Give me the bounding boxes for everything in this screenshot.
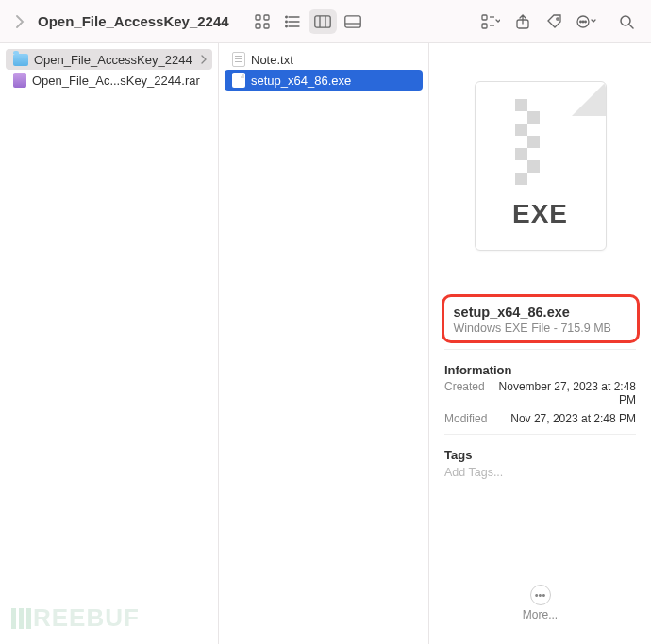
- view-gallery-button[interactable]: [339, 9, 367, 34]
- file-label: Note.txt: [251, 53, 417, 67]
- group-button[interactable]: [477, 9, 504, 34]
- file-row[interactable]: Note.txt: [225, 49, 423, 70]
- created-row: Created November 27, 2023 at 2:48 PM: [439, 377, 642, 409]
- svg-line-26: [629, 25, 633, 28]
- folder-label: Open_File_AccessKey_2244: [34, 53, 195, 67]
- modified-row: Modified Nov 27, 2023 at 2:48 PM: [439, 409, 642, 428]
- file-label: Open_File_Ac...sKey_2244.rar: [32, 74, 207, 88]
- preview-pane: EXE setup_x64_86.exe Windows EXE File - …: [429, 43, 651, 644]
- svg-rect-10: [314, 15, 329, 26]
- chevron-right-icon: [201, 53, 207, 67]
- svg-rect-0: [256, 15, 260, 20]
- share-button[interactable]: [509, 9, 536, 34]
- svg-rect-13: [344, 15, 359, 26]
- view-list-button[interactable]: [278, 9, 307, 34]
- window-title: Open_File_AccessKey_2244: [38, 13, 229, 29]
- tags-input[interactable]: Add Tags...: [439, 462, 509, 483]
- view-icons-button[interactable]: [248, 9, 276, 34]
- search-button[interactable]: [613, 9, 640, 34]
- svg-rect-2: [256, 24, 260, 28]
- toolbar: Open_File_AccessKey_2244: [0, 0, 651, 43]
- actions-button[interactable]: [574, 9, 600, 34]
- modified-label: Modified: [444, 412, 497, 425]
- column-2[interactable]: Note.txt setup_x64_86.exe: [219, 43, 429, 644]
- svg-point-7: [285, 16, 287, 18]
- file-name: setup_x64_86.exe: [454, 305, 627, 320]
- svg-point-8: [285, 21, 287, 23]
- toolbar-actions: [477, 9, 640, 34]
- column-1[interactable]: Open_File_AccessKey_2244 Open_File_Ac...…: [0, 43, 219, 644]
- svg-rect-3: [264, 24, 269, 28]
- svg-point-22: [580, 21, 582, 23]
- svg-point-20: [557, 17, 559, 19]
- created-label: Created: [444, 380, 497, 393]
- rar-icon: [13, 73, 26, 88]
- svg-point-23: [582, 21, 584, 23]
- exe-icon: [232, 73, 245, 88]
- view-columns-button[interactable]: [309, 9, 337, 34]
- svg-rect-15: [482, 15, 487, 20]
- svg-rect-1: [264, 15, 269, 20]
- more-label: More...: [523, 608, 558, 621]
- file-meta: Windows EXE File - 715.9 MB: [454, 322, 627, 335]
- tags-button[interactable]: [542, 9, 568, 34]
- svg-point-24: [585, 21, 587, 23]
- view-mode-group: [248, 9, 367, 34]
- file-label: setup_x64_86.exe: [251, 74, 417, 88]
- more-button[interactable]: ••• More...: [523, 585, 558, 635]
- content-area: Open_File_AccessKey_2244 Open_File_Ac...…: [0, 43, 651, 644]
- nav-forward-icon[interactable]: [11, 13, 28, 30]
- folder-icon: [13, 54, 28, 66]
- txt-icon: [232, 52, 245, 67]
- file-row[interactable]: Open_File_Ac...sKey_2244.rar: [6, 70, 212, 91]
- svg-point-9: [285, 25, 287, 27]
- folder-row[interactable]: Open_File_AccessKey_2244: [6, 49, 212, 70]
- svg-rect-16: [482, 24, 487, 28]
- ellipsis-icon: •••: [530, 585, 551, 605]
- modified-value: Nov 27, 2023 at 2:48 PM: [497, 412, 636, 425]
- watermark: REEBUF: [11, 603, 140, 633]
- preview-file-icon: EXE: [475, 81, 607, 251]
- information-heading: Information: [439, 363, 512, 377]
- created-value: November 27, 2023 at 2:48 PM: [497, 380, 636, 406]
- file-title-box: setup_x64_86.exe Windows EXE File - 715.…: [442, 294, 640, 343]
- preview-badge: EXE: [512, 199, 568, 229]
- tags-heading: Tags: [439, 448, 472, 462]
- file-row-selected[interactable]: setup_x64_86.exe: [225, 70, 423, 91]
